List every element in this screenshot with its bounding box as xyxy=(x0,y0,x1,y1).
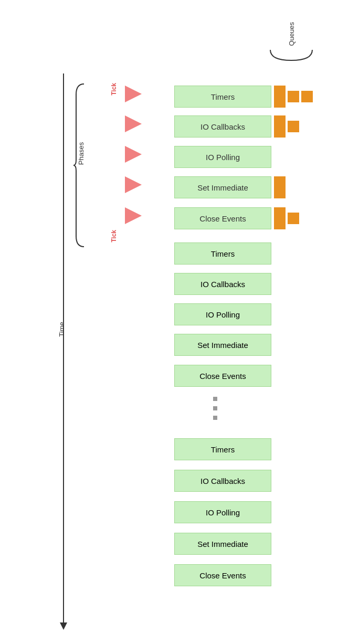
dot3 xyxy=(213,416,217,420)
queue-iocb-c1 xyxy=(274,115,299,138)
phase-ce-c3: Close Events xyxy=(174,564,271,586)
queue-ce-c1 xyxy=(274,207,299,229)
time-label: Time xyxy=(58,322,66,336)
queue-si-c1 xyxy=(274,176,286,198)
q-block xyxy=(274,176,286,198)
arrow-iocb-c1 xyxy=(125,115,142,132)
phase-iop-c2: IO Polling xyxy=(174,303,271,325)
dot1 xyxy=(213,397,217,401)
arrow-ce-c1 xyxy=(125,207,142,224)
q-block xyxy=(274,86,286,108)
phase-iocb-c2: IO Callbacks xyxy=(174,273,271,295)
phase-si-c1: Set Immediate xyxy=(174,176,271,198)
phase-ce-c1: Close Events xyxy=(174,207,271,229)
queue-timers-c1 xyxy=(274,86,313,108)
phase-si-c2: Set Immediate xyxy=(174,334,271,356)
phase-iocb-c1: IO Callbacks xyxy=(174,115,271,138)
dots-area xyxy=(213,397,217,420)
phase-si-c3: Set Immediate xyxy=(174,533,271,555)
phases-brace-svg xyxy=(71,81,87,249)
phase-timers-c3: Timers xyxy=(174,438,271,460)
q-block xyxy=(274,115,286,138)
phase-iop-c3: IO Polling xyxy=(174,501,271,523)
arrow-iop-c1 xyxy=(125,146,142,163)
q-block xyxy=(301,91,313,102)
queues-brace-svg xyxy=(268,47,315,63)
main-container: Time Queues Phases Tick Timers IO Callba… xyxy=(0,0,338,644)
phase-iop-c1: IO Polling xyxy=(174,146,271,168)
arrow-timers-c1 xyxy=(125,86,142,102)
tick-label-bottom: Tick xyxy=(110,230,118,242)
phase-ce-c2: Close Events xyxy=(174,365,271,387)
queues-header: Queues xyxy=(268,22,315,63)
phase-timers-c2: Timers xyxy=(174,242,271,265)
q-block xyxy=(288,91,299,102)
arrow-si-c1 xyxy=(125,176,142,193)
queues-label: Queues xyxy=(288,22,295,46)
time-axis xyxy=(63,73,64,625)
phases-label: Phases xyxy=(77,142,85,165)
q-block xyxy=(288,213,299,224)
dot2 xyxy=(213,406,217,410)
q-block xyxy=(274,207,286,229)
q-block xyxy=(288,121,299,132)
phase-iocb-c3: IO Callbacks xyxy=(174,470,271,492)
tick-label-top: Tick xyxy=(110,83,118,96)
phase-timers-c1: Timers xyxy=(174,86,271,108)
